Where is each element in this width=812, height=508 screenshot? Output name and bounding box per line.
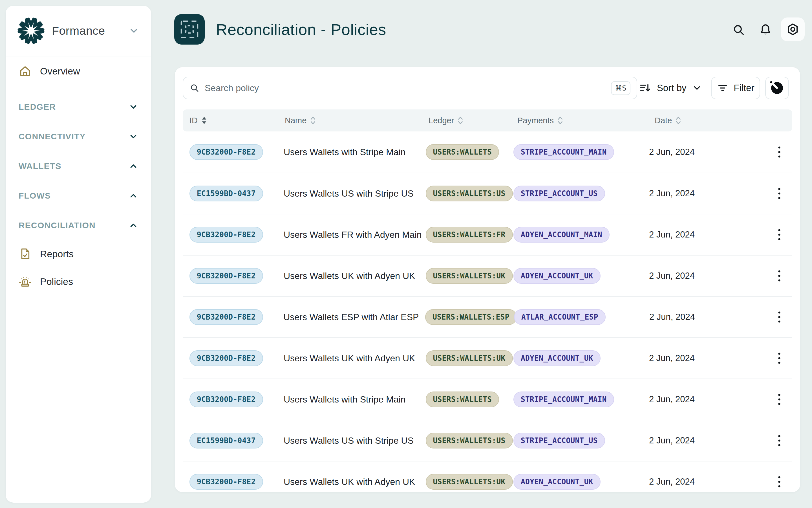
sidebar-section-ledger[interactable]: LEDGER xyxy=(18,92,138,122)
sidebar: Formance Overview LEDGER CONNECTIVITY WA… xyxy=(6,6,151,503)
sidebar-section-wallets[interactable]: WALLETS xyxy=(18,151,138,181)
shortcut-badge: ⌘S xyxy=(611,81,630,95)
kebab-menu-icon xyxy=(777,145,781,159)
id-cell: EC1599BD-0437 xyxy=(189,185,284,201)
kebab-menu-icon xyxy=(777,352,781,365)
brand-name: Formance xyxy=(52,24,105,38)
payments-badge: ADYEN_ACCOUNT_MAIN xyxy=(513,227,610,243)
kebab-menu-icon xyxy=(777,228,781,241)
policies-table: ID Name Ledger Payments xyxy=(183,110,792,492)
search-input[interactable] xyxy=(205,83,611,93)
column-header-payments[interactable]: Payments xyxy=(517,116,655,125)
table-row[interactable]: EC1599BD-0437Users Wallets US with Strip… xyxy=(183,173,792,214)
policy-date: 2 Jun, 2024 xyxy=(649,394,772,405)
payments-cell: STRIPE_ACCOUNT_US xyxy=(513,433,649,449)
kebab-menu-icon xyxy=(777,393,781,406)
row-actions-button[interactable] xyxy=(772,351,786,366)
table-header-row: ID Name Ledger Payments xyxy=(183,110,792,131)
column-header-ledger[interactable]: Ledger xyxy=(428,116,517,125)
table-row[interactable]: 9CB3200D-F8E2Users Wallets with Stripe M… xyxy=(183,131,792,173)
row-actions-button[interactable] xyxy=(772,227,786,242)
row-actions-button[interactable] xyxy=(772,186,786,201)
sort-by-label: Sort by xyxy=(657,83,686,93)
settings-nut-icon xyxy=(786,22,800,36)
policy-date: 2 Jun, 2024 xyxy=(649,147,772,157)
column-header-id[interactable]: ID xyxy=(189,116,285,125)
filter-lines-icon xyxy=(717,82,728,94)
payments-cell: STRIPE_ACCOUNT_MAIN xyxy=(513,391,649,407)
section-label: RECONCILIATION xyxy=(18,221,129,230)
sort-arrows-icon xyxy=(201,116,207,125)
payments-badge: ADYEN_ACCOUNT_UK xyxy=(513,474,600,490)
id-cell: 9CB3200D-F8E2 xyxy=(189,144,284,160)
report-check-icon xyxy=(18,247,32,260)
policy-name: Users Wallets with Stripe Main xyxy=(284,394,426,405)
sidebar-section-reconciliation[interactable]: RECONCILIATION xyxy=(18,210,138,240)
workspace-switcher[interactable]: Formance xyxy=(6,6,151,56)
filter-button[interactable]: Filter xyxy=(711,77,760,99)
payments-badge: ADYEN_ACCOUNT_UK xyxy=(513,350,600,366)
policy-date: 2 Jun, 2024 xyxy=(649,477,772,487)
row-actions-button[interactable] xyxy=(772,433,786,448)
table-row[interactable]: 9CB3200D-F8E2Users Wallets UK with Adyen… xyxy=(183,255,792,296)
column-label: Name xyxy=(285,116,307,125)
policy-date: 2 Jun, 2024 xyxy=(649,435,772,446)
table-row[interactable]: 9CB3200D-F8E2Users Wallets UK with Adyen… xyxy=(183,461,792,492)
edit-button[interactable] xyxy=(765,77,789,99)
ledger-badge: USERS:WALLETS xyxy=(426,391,499,407)
payments-cell: ADYEN_ACCOUNT_UK xyxy=(513,350,649,366)
sidebar-section-flows[interactable]: FLOWS xyxy=(18,181,138,210)
ledger-badge: USERS:WALLETS:UK xyxy=(426,474,513,490)
sidebar-item-label: Reports xyxy=(40,249,74,259)
chevron-up-icon xyxy=(129,161,138,171)
row-actions-button[interactable] xyxy=(772,310,786,324)
row-actions-button[interactable] xyxy=(772,392,786,407)
kebab-menu-icon xyxy=(777,269,781,282)
chevron-up-icon xyxy=(129,221,138,230)
ledger-badge: USERS:WALLETS:ESP xyxy=(425,309,517,325)
policy-name: Users Wallets UK with Adyen UK xyxy=(284,477,426,487)
section-label: FLOWS xyxy=(18,191,129,201)
id-cell: 9CB3200D-F8E2 xyxy=(189,227,284,243)
kebab-menu-icon xyxy=(777,434,781,447)
bell-icon[interactable] xyxy=(758,23,772,36)
row-actions-button[interactable] xyxy=(772,474,786,489)
ledger-cell: USERS:WALLETS xyxy=(426,144,513,160)
table-body: 9CB3200D-F8E2Users Wallets with Stripe M… xyxy=(183,131,792,492)
id-cell: EC1599BD-0437 xyxy=(189,433,284,449)
table-row[interactable]: 9CB3200D-F8E2Users Wallets with Stripe M… xyxy=(183,379,792,420)
table-row[interactable]: 9CB3200D-F8E2Users Wallets ESP with Atla… xyxy=(183,296,792,337)
column-header-name[interactable]: Name xyxy=(285,116,428,125)
policy-date: 2 Jun, 2024 xyxy=(649,312,772,322)
ledger-cell: USERS:WALLETS:US xyxy=(426,433,513,449)
row-actions-button[interactable] xyxy=(772,268,786,283)
sort-descending-icon xyxy=(639,82,651,94)
table-row[interactable]: 9CB3200D-F8E2Users Wallets UK with Adyen… xyxy=(183,337,792,379)
settings-button[interactable] xyxy=(781,17,805,41)
chevron-up-icon xyxy=(129,191,138,201)
search-icon[interactable] xyxy=(732,23,746,37)
id-cell: 9CB3200D-F8E2 xyxy=(189,391,284,407)
payments-cell: ADYEN_ACCOUNT_UK xyxy=(513,474,649,490)
policy-id-badge: 9CB3200D-F8E2 xyxy=(189,268,263,284)
sidebar-item-policies[interactable]: Policies xyxy=(18,268,138,295)
payments-cell: ATLAR_ACCOUNT_ESP xyxy=(514,309,649,325)
id-cell: 9CB3200D-F8E2 xyxy=(189,268,284,284)
policy-name: Users Wallets US with Stripe US xyxy=(284,435,426,446)
policies-panel: ⌘S Sort by Filter xyxy=(175,67,800,492)
sidebar-item-overview[interactable]: Overview xyxy=(6,56,151,86)
id-cell: 9CB3200D-F8E2 xyxy=(189,474,284,490)
table-row[interactable]: EC1599BD-0437Users Wallets US with Strip… xyxy=(183,420,792,461)
chevron-down-icon xyxy=(129,132,138,141)
siren-icon xyxy=(18,275,32,288)
policy-name: Users Wallets ESP with Atlar ESP xyxy=(283,312,425,323)
payments-badge: ATLAR_ACCOUNT_ESP xyxy=(514,309,605,325)
id-cell: 9CB3200D-F8E2 xyxy=(189,309,283,325)
column-header-date[interactable]: Date xyxy=(655,116,779,125)
sort-by-control[interactable]: Sort by xyxy=(639,77,702,99)
sidebar-item-reports[interactable]: Reports xyxy=(18,240,138,268)
row-actions-button[interactable] xyxy=(772,145,786,159)
sidebar-section-connectivity[interactable]: CONNECTIVITY xyxy=(18,122,138,151)
table-row[interactable]: 9CB3200D-F8E2Users Wallets FR with Adyen… xyxy=(183,214,792,255)
formance-logo xyxy=(17,17,45,44)
